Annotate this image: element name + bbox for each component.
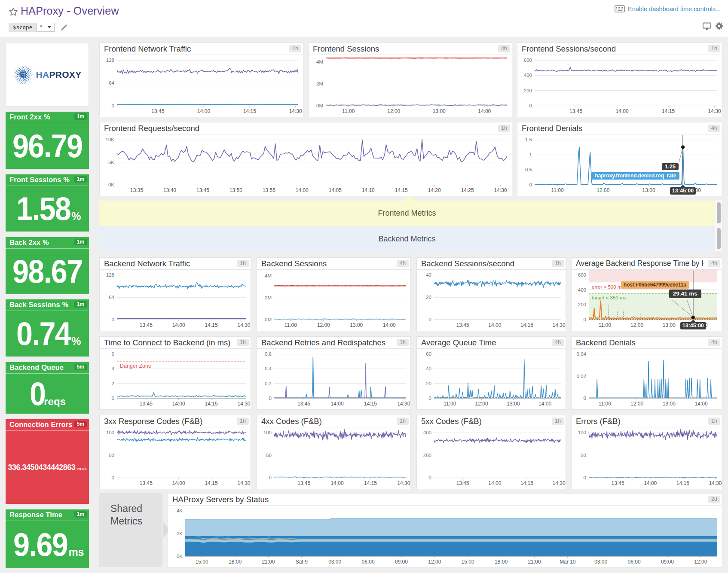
chart-plot-area[interactable]: 05010013:4514:0014:1514:30 [572,427,722,489]
stat-tile-front-sessions-[interactable]: Front Sessions % 1m 1.58 % [6,174,89,232]
chart-tile-bss[interactable]: Backend Sessions/second 1h 0204013:4514:… [416,257,566,331]
chart-plot-area[interactable]: 06412813:4514:0014:1514:30 [100,270,251,331]
stat-tile-backend-queue[interactable]: Backend Queue 5m 0 reqs [6,362,89,414]
chart-svg-ttc: 0246Danger Zone13:4514:0014:1514:30 [100,349,251,409]
chart-header: Frontend Sessions/second 1h [517,43,722,55]
chart-tile-fd[interactable]: Frontend Denials 4h 00.511.511:0012:0013… [517,122,722,196]
chart-header: Backend Retries and Redispatches 1h [257,337,410,349]
chart-timeframe-badge: 2d [708,496,720,503]
svg-text:09:00: 09:00 [661,559,674,565]
svg-text:400: 400 [578,287,586,293]
svg-text:14:30: 14:30 [397,480,410,486]
chart-tile-c5[interactable]: 5xx Codes (F&B) 1h 020040013:4514:0014:1… [416,415,566,489]
svg-text:06:00: 06:00 [628,559,641,565]
chart-tile-bs[interactable]: Backend Sessions 4h 0M2M4M11:0012:0013:0… [257,257,411,331]
stat-tile-back-2xx-[interactable]: Back 2xx % 1m 98.67 [6,237,89,294]
chart-tile-fnt[interactable]: Frontend Network Traffic 1h 06412813:451… [99,43,303,117]
chart-plot-area[interactable]: 020040013:4514:0014:1514:30 [417,427,566,489]
chart-plot-area[interactable]: 020406011:0012:0013:0014:00 [417,349,566,409]
svg-text:14:00: 14:00 [331,480,344,486]
chart-timeframe-badge: 1h [498,125,510,132]
chart-title: Average Backend Response Time by H... [576,259,704,268]
chart-timeframe-badge: 4h [498,45,510,52]
chart-tile-abrt[interactable]: Average Backend Response Time by H... 4h… [571,257,722,331]
svg-text:20: 20 [426,295,431,300]
template-variable-value-dropdown[interactable]: * [37,23,55,32]
svg-text:64: 64 [109,80,114,85]
scrollbar-thumb[interactable] [717,228,721,249]
chart-tile-brr[interactable]: Backend Retries and Redispatches 1h 00.2… [257,336,411,410]
scrollbar-track[interactable] [715,200,722,253]
favorite-star-icon[interactable] [8,6,19,18]
chart-plot-area[interactable]: 05010013:4514:0014:1514:30 [100,427,251,489]
chart-tile-ttc[interactable]: Time to Connect to Backend (in ms) 1h 02… [99,336,251,410]
group-band-backend-metrics[interactable]: Backend Metrics [99,226,715,252]
svg-text:target < 350 ms: target < 350 ms [592,295,626,300]
edit-pencil-icon[interactable] [60,24,68,31]
svg-text:14:00: 14:00 [488,322,501,328]
chart-tile-frs[interactable]: Frontend Requests/second 1h 0K5K10K13:35… [99,122,512,196]
stat-timeframe-badge: 1m [74,301,87,308]
chart-plot-area[interactable]: 00.020.0411:0012:0013:0014:00 [572,349,722,409]
stat-tile-connection-errors[interactable]: Connection Errors 5m 336.3450434442863 e… [6,419,89,504]
chart-tile-aqt[interactable]: Average Queue Time 4h 020406011:0012:001… [416,336,566,410]
stat-tile-front-2xx-[interactable]: Front 2xx % 1m 96.79 [6,112,89,169]
chart-tile-fss[interactable]: Frontend Sessions/second 1h 020040060013… [517,43,722,117]
chart-plot-area[interactable]: 00.20.40.613:4514:0014:1514:30 [257,349,410,409]
chart-tile-fs[interactable]: Frontend Sessions 4h 0M2M4M11:0012:0013:… [308,43,512,117]
chart-title: Average Queue Time [421,338,545,347]
chart-plot-area[interactable]: 06412813:4514:0014:1514:30 [100,55,303,117]
svg-text:13:45: 13:45 [151,108,164,114]
group-band-frontend-metrics[interactable]: Frontend Metrics [99,201,715,226]
chart-plot-area[interactable]: 00.511.511:0012:0013:0014:001.25haproxy.… [517,134,722,196]
svg-text:14:00: 14:00 [478,108,491,114]
chart-plot-area[interactable]: 020040060013:4514:0014:1514:30 [517,55,722,117]
chart-plot-area[interactable]: 0246Danger Zone13:4514:0014:1514:30 [100,349,251,409]
tv-screenboard-icon[interactable] [703,22,711,30]
svg-text:15:00: 15:00 [196,559,208,565]
template-variable-value: * [40,23,42,31]
svg-text:14:00: 14:00 [488,480,501,486]
chart-plot-area[interactable]: 0K2K4K15:0018:0021:00Sat 903:0006:0009:0… [168,506,722,567]
chart-tile-srv[interactable]: HAProxy Servers by Status 2d 0K2K4K15:00… [168,493,722,568]
chart-plot-area[interactable]: 0200400600error > 500 mstarget < 350 ms1… [572,270,722,331]
chart-plot-area[interactable]: 0204013:4514:0014:1514:30 [417,270,566,331]
stat-tile-response-time[interactable]: Response Time 1m 9.69 ms [6,509,89,568]
svg-text:13:45: 13:45 [140,322,153,328]
svg-text:128: 128 [106,272,114,277]
stat-tile-back-sessions-[interactable]: Back Sessions % 1m 0.74 % [6,299,89,357]
chart-tile-bd[interactable]: Backend Denials 4h 00.020.0411:0012:0013… [571,336,722,410]
gear-settings-icon[interactable] [716,22,723,30]
svg-text:0: 0 [429,396,431,401]
chart-title: 3xx Response Codes (F&B) [104,417,230,426]
chart-svg-fs: 0M2M4M11:0012:0013:0014:00 [309,55,512,117]
template-variable-control[interactable]: $scope * [9,23,55,32]
chart-svg-er: 05010013:4514:0014:1514:30 [572,427,722,489]
chart-tile-c4[interactable]: 4xx Codes (F&B) 1h 05010013:4514:0014:15… [257,415,411,489]
enable-time-controls-label: Enable dashboard time controls... [628,6,721,12]
chart-tile-er[interactable]: Errors (F&B) 1h 05010013:4514:0014:1514:… [571,415,722,489]
chart-plot-area[interactable]: 05010013:4514:0014:1514:30 [257,427,410,489]
svg-text:14:05: 14:05 [329,187,342,193]
scrollbar-thumb[interactable] [717,202,721,223]
shared-metrics-group-box[interactable]: Shared Metrics [99,493,162,567]
svg-text:0: 0 [112,475,114,480]
chart-plot-area[interactable]: 0M2M4M11:0012:0013:0014:00 [309,55,512,117]
top-header-bar: HAProxy - Overview $scope * Enable dashb… [0,0,728,37]
svg-text:14:25: 14:25 [461,187,474,193]
svg-text:18:00: 18:00 [229,559,242,565]
svg-text:1: 1 [529,152,532,157]
svg-text:Danger Zone: Danger Zone [120,363,151,369]
chart-tile-bnt[interactable]: Backend Network Traffic 1h 06412813:4514… [99,257,251,331]
chart-svg-c3: 05010013:4514:0014:1514:30 [100,427,251,489]
svg-text:0: 0 [269,396,272,401]
chart-plot-area[interactable]: 0K5K10K13:3513:4013:4513:5013:5514:0014:… [100,134,512,196]
svg-text:400: 400 [423,430,431,435]
chart-tile-c3[interactable]: 3xx Response Codes (F&B) 1h 05010013:451… [99,415,251,489]
svg-text:14:15: 14:15 [520,480,533,486]
svg-text:03:00: 03:00 [594,559,607,565]
chart-header: HAProxy Servers by Status 2d [168,494,722,506]
enable-time-controls-link[interactable]: Enable dashboard time controls... [615,5,721,12]
chart-plot-area[interactable]: 0M2M4M11:0012:0013:0014:00 [257,270,410,331]
hover-value-tooltip: 1.25 [662,163,679,170]
